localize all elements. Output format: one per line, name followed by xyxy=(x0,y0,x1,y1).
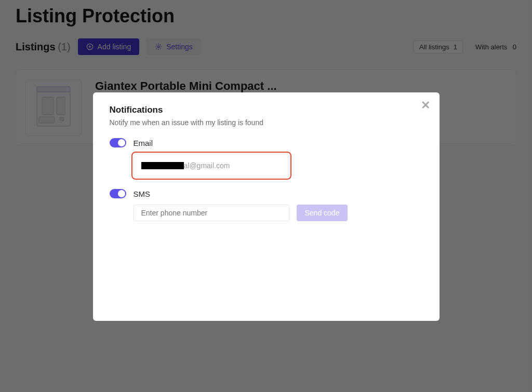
close-button[interactable]: ✕ xyxy=(421,100,430,111)
email-label: Email xyxy=(134,139,153,147)
phone-input[interactable] xyxy=(134,205,289,221)
email-value-suffix: al@gmail.com xyxy=(184,161,230,170)
close-icon: ✕ xyxy=(421,99,430,112)
sms-toggle-row: SMS xyxy=(110,189,423,198)
modal-title: Notifications xyxy=(110,105,423,115)
sms-toggle[interactable] xyxy=(110,189,126,198)
email-input[interactable]: al@gmail.com xyxy=(134,154,289,178)
send-code-button[interactable]: Send code xyxy=(297,205,348,221)
email-toggle-row: Email xyxy=(110,138,423,147)
sms-label: SMS xyxy=(134,190,151,198)
modal-overlay[interactable]: ✕ Notifications Notify me when an issue … xyxy=(0,0,532,392)
notifications-modal: ✕ Notifications Notify me when an issue … xyxy=(93,92,440,321)
email-toggle[interactable] xyxy=(110,138,126,147)
redacted-text xyxy=(141,162,184,169)
modal-subtitle: Notify me when an issue with my listing … xyxy=(110,118,423,127)
